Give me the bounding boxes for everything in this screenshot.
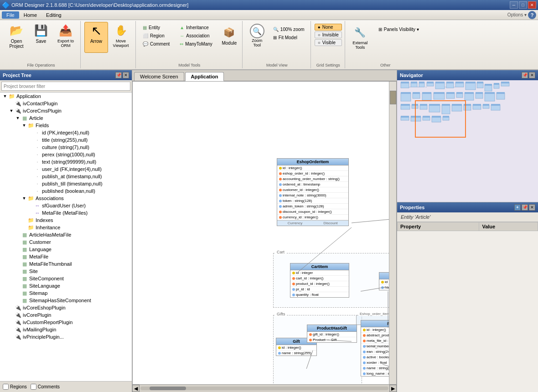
tree-item-f7[interactable]: ·publish_at (timestamp,null): [0, 173, 132, 180]
tree-item-metaFileThumbnail[interactable]: ▦MetaFileThumbnail: [0, 260, 132, 268]
manytomany-button[interactable]: ⇔ ManyToMany: [176, 40, 215, 48]
tree-item-ivContactPlugin[interactable]: 🔌ivContactPlugin: [0, 100, 132, 107]
tree-item-a2[interactable]: ↔MetaFile (MetaFiles): [0, 209, 132, 217]
props-add-btn[interactable]: +: [514, 204, 521, 211]
help-icon[interactable]: ?: [528, 11, 536, 19]
arrow-button[interactable]: ↖ Arrow: [84, 22, 108, 53]
discount-section[interactable]: Discount: [313, 220, 348, 226]
tree-toggle-metaFileThumbnail[interactable]: [15, 261, 21, 267]
tree-toggle-articleHasMeta[interactable]: [15, 232, 21, 238]
canvas-scrollbar-h[interactable]: ◀ ▶: [132, 385, 397, 392]
tree-item-articleHasMeta[interactable]: ▦ArticleHasMetaFile: [0, 231, 132, 238]
entity-product-has-gift[interactable]: ProductHasGift gift_id : integer() Produ…: [307, 325, 357, 343]
zoom-tool-button[interactable]: 🔍 ZoomTool: [246, 24, 268, 47]
comments-check[interactable]: [31, 384, 36, 390]
export-orm-button[interactable]: 📤 Export to ORM: [54, 22, 78, 53]
tree-item-ivCustomReportPlugin[interactable]: 🔌ivCustomReportPlugin: [0, 319, 132, 326]
tree-toggle-customer[interactable]: [15, 239, 21, 245]
tab-welcome[interactable]: Welcome Screen: [134, 72, 184, 81]
entity-cart-item-header[interactable]: CartItem: [290, 263, 349, 270]
comment-button[interactable]: 💬 Comment: [140, 40, 173, 48]
menu-home[interactable]: Home: [19, 11, 41, 19]
entity-phg-header[interactable]: ProductHasGift: [307, 325, 357, 332]
tree-toggle-f1[interactable]: [27, 129, 34, 136]
move-viewport-button[interactable]: ✋ Move Viewport: [109, 22, 133, 53]
tree-item-customer[interactable]: ▦Customer: [0, 238, 132, 246]
open-project-button[interactable]: 📂 Open Project: [5, 22, 28, 53]
save-button[interactable]: 💾 Save: [29, 22, 53, 53]
association-button[interactable]: ↔ Association: [176, 32, 215, 40]
tree-toggle-a2[interactable]: [27, 210, 34, 216]
tree-item-language[interactable]: ▦Language: [0, 246, 132, 253]
regions-checkbox[interactable]: Regions: [3, 384, 27, 390]
tree-toggle-language[interactable]: [15, 246, 21, 253]
tree-item-article[interactable]: ▼▦Article: [0, 114, 132, 122]
zoom-percent-button[interactable]: 🔍 100% zoom: [270, 26, 308, 33]
tree-item-fields[interactable]: ▼📁Fields: [0, 122, 132, 129]
entity-cart-item[interactable]: CartItem id : integer cart_id : integer(…: [290, 263, 349, 298]
canvas-scrollbar-v[interactable]: [389, 82, 396, 384]
menu-editing[interactable]: Editing: [41, 11, 66, 19]
props-close-btn[interactable]: ✕: [529, 204, 535, 211]
comments-checkbox[interactable]: Comments: [31, 384, 60, 390]
tree-item-application[interactable]: ▼📁Application: [0, 93, 132, 100]
panel-close-button[interactable]: ✕: [123, 72, 129, 78]
scroll-thumb-v[interactable]: [390, 91, 396, 104]
tree-item-indexes[interactable]: 📁Indexes: [0, 217, 132, 224]
tree-toggle-f3[interactable]: [27, 144, 34, 150]
tree-toggle-ivContactPlugin[interactable]: [8, 100, 15, 107]
tree-toggle-siteLanguage[interactable]: [15, 283, 21, 289]
tree-item-siteLanguage[interactable]: ▦SiteLanguage: [0, 282, 132, 289]
nav-pin-btn[interactable]: 📌: [522, 72, 528, 78]
tree-toggle-application[interactable]: ▼: [2, 93, 8, 99]
tree-toggle-inheritance[interactable]: [21, 224, 27, 231]
tree-toggle-article[interactable]: ▼: [15, 115, 21, 121]
tree-toggle-site[interactable]: [15, 268, 21, 274]
tree-item-sitemapHasSiteComponent[interactable]: ▦SitemapHasSiteComponent: [0, 297, 132, 304]
entity-button[interactable]: ▦ Entity: [140, 24, 173, 31]
tree-item-sitemap[interactable]: ▦Sitemap: [0, 289, 132, 297]
entity-eshop-order-item[interactable]: EshopOrderItem id : integer() eshop_orde…: [277, 158, 349, 226]
project-filter-input[interactable]: [1, 82, 130, 91]
tree-item-ivCorePlugin[interactable]: 🔌ivCorePlugin: [0, 311, 132, 319]
tree-item-ivPrinciplePlugin[interactable]: 🔌ivPrinciplePlugin...: [0, 333, 132, 340]
tree-toggle-f6[interactable]: [27, 166, 34, 172]
external-tools-button[interactable]: 🔧 External Tools: [349, 24, 372, 51]
tree-item-f3[interactable]: ·culture (string(7),null): [0, 144, 132, 151]
tree-toggle-f8[interactable]: [27, 181, 34, 187]
minimize-button[interactable]: ─: [510, 1, 518, 9]
regions-check[interactable]: [3, 384, 9, 390]
tree-toggle-ivPrinciplePlugin[interactable]: [8, 334, 15, 340]
tree-item-f8[interactable]: ·publish_till (timestamp,null): [0, 180, 132, 187]
grid-visible-option[interactable]: ○ Visible: [315, 39, 342, 46]
tree-toggle-f7[interactable]: [27, 173, 34, 180]
tree-toggle-sitemapHasSiteComponent[interactable]: [15, 297, 21, 304]
tree-toggle-ivCorePlugin[interactable]: [8, 312, 15, 318]
inheritance-button[interactable]: ▲ Inheritance: [176, 24, 215, 31]
tree-item-f4[interactable]: ·perex (string(1000),null): [0, 151, 132, 158]
tree-toggle-f9[interactable]: [27, 188, 34, 194]
grid-invisible-option[interactable]: ○ Invisible: [315, 31, 342, 38]
props-pin-btn[interactable]: 📌: [522, 204, 528, 211]
entity-eshop-order-item-header[interactable]: EshopOrderItem: [277, 159, 348, 165]
tree-item-siteComponent[interactable]: ▦SiteComponent: [0, 275, 132, 282]
nav-close-btn[interactable]: ✕: [529, 72, 535, 78]
scroll-thumb-h[interactable]: [150, 387, 186, 390]
scroll-left-btn[interactable]: ◀: [132, 385, 140, 392]
panel-pin-button[interactable]: 📌: [115, 72, 122, 78]
tab-application[interactable]: Application: [185, 72, 224, 81]
tree-toggle-ivCoreEshopPlugin[interactable]: [8, 304, 15, 311]
tree-item-f9[interactable]: ·published (boolean,null): [0, 187, 132, 195]
tree-toggle-indexes[interactable]: [21, 217, 27, 223]
module-button[interactable]: 📦 Module: [219, 24, 239, 51]
region-button[interactable]: ⬜ Region: [140, 32, 173, 40]
tree-item-f5[interactable]: ·text (string(999999),null): [0, 158, 132, 165]
fit-model-button[interactable]: ⊞ Fit Model: [270, 34, 308, 41]
maximize-button[interactable]: □: [519, 1, 527, 9]
tree-item-f6[interactable]: ·user_id (FK,integer(4),null): [0, 165, 132, 173]
tree-item-a1[interactable]: ↔sfGuardUser (User): [0, 202, 132, 209]
close-button[interactable]: ✕: [528, 1, 536, 9]
tree-toggle-f2[interactable]: [27, 137, 34, 143]
grid-none-option[interactable]: ● None: [315, 24, 342, 31]
tree-toggle-fields[interactable]: ▼: [21, 122, 27, 129]
